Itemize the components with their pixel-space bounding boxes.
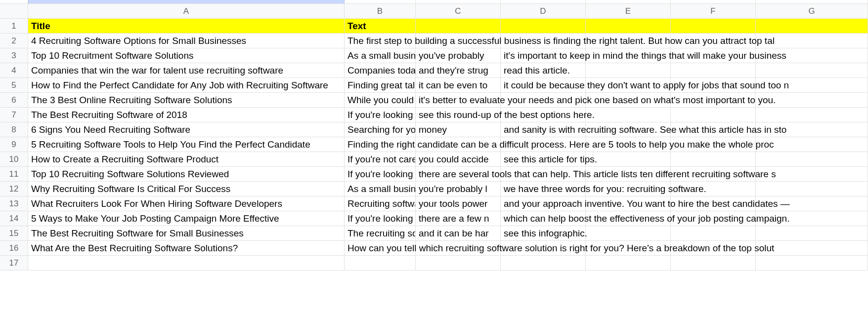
cell-B12[interactable]: As a small busin xyxy=(345,182,416,196)
col-header-G[interactable]: G xyxy=(756,4,868,19)
cell-B6[interactable]: While you could xyxy=(345,93,416,108)
cell-A16[interactable]: What Are the Best Recruiting Software So… xyxy=(28,241,345,256)
cell-B10[interactable]: If you're not care xyxy=(345,152,416,167)
cell-A2[interactable]: 4 Recruiting Software Options for Small … xyxy=(28,34,345,48)
cell-B16[interactable]: How can you tell which recruiting softwa… xyxy=(345,241,416,256)
cell-A1[interactable]: Title xyxy=(28,19,345,34)
cell-B8[interactable]: Searching for yo xyxy=(345,122,416,137)
cell-F1[interactable] xyxy=(671,19,756,34)
cell-A11[interactable]: Top 10 Recruiting Software Solutions Rev… xyxy=(28,167,345,182)
cell-E7[interactable] xyxy=(586,108,671,122)
cell-D8[interactable]: and sanity is with recruiting software. … xyxy=(501,122,586,137)
cell-E1[interactable] xyxy=(586,19,671,34)
cell-C7[interactable]: see this round-up of the best options he… xyxy=(416,108,501,122)
cell-C4[interactable]: and they're strug xyxy=(416,63,501,78)
cell-A13[interactable]: What Recruiters Look For When Hiring Sof… xyxy=(28,196,345,211)
cell-G4[interactable] xyxy=(756,63,868,78)
cell-A15[interactable]: The Best Recruiting Software for Small B… xyxy=(28,226,345,241)
cell-B14[interactable]: If you're looking xyxy=(345,211,416,226)
cell-D17[interactable] xyxy=(501,256,586,270)
cell-B4[interactable]: Companies toda xyxy=(345,63,416,78)
row-header-4[interactable]: 4 xyxy=(0,63,28,78)
cell-D14[interactable]: which can help boost the effectiveness o… xyxy=(501,211,586,226)
cell-B13[interactable]: Recruiting softwa xyxy=(345,196,416,211)
cell-C11[interactable]: there are several tools that can help. T… xyxy=(416,167,501,182)
cell-B11[interactable]: If you're looking xyxy=(345,167,416,182)
cell-B3[interactable]: As a small busin xyxy=(345,48,416,63)
cell-D13[interactable]: and your approach inventive. You want to… xyxy=(501,196,586,211)
cell-A3[interactable]: Top 10 Recruitment Software Solutions xyxy=(28,48,345,63)
cell-B1[interactable]: Text xyxy=(345,19,416,34)
cell-D10[interactable]: see this article for tips. xyxy=(501,152,586,167)
cell-F4[interactable] xyxy=(671,63,756,78)
cell-A5[interactable]: How to Find the Perfect Candidate for An… xyxy=(28,78,345,93)
cell-C10[interactable]: you could accide xyxy=(416,152,501,167)
col-header-A[interactable]: A xyxy=(28,4,345,19)
row-header-2[interactable]: 2 xyxy=(0,34,28,48)
cell-G15[interactable] xyxy=(756,226,868,241)
cell-E15[interactable] xyxy=(586,226,671,241)
cell-E4[interactable] xyxy=(586,63,671,78)
cell-D1[interactable] xyxy=(501,19,586,34)
cell-D5[interactable]: it could be because they don't want to a… xyxy=(501,78,586,93)
cell-F15[interactable] xyxy=(671,226,756,241)
cell-A7[interactable]: The Best Recruiting Software of 2018 xyxy=(28,108,345,122)
row-header-15[interactable]: 15 xyxy=(0,226,28,241)
cell-D15[interactable]: see this infographic. xyxy=(501,226,586,241)
row-header-7[interactable]: 7 xyxy=(0,108,28,122)
cell-D4[interactable]: read this article. xyxy=(501,63,586,78)
cell-C12[interactable]: you're probably l xyxy=(416,182,501,196)
col-header-F[interactable]: F xyxy=(671,4,756,19)
cell-B7[interactable]: If you're looking xyxy=(345,108,416,122)
cell-B5[interactable]: Finding great tal xyxy=(345,78,416,93)
row-header-14[interactable]: 14 xyxy=(0,211,28,226)
cell-C17[interactable] xyxy=(416,256,501,270)
cell-C1[interactable] xyxy=(416,19,501,34)
col-header-E[interactable]: E xyxy=(586,4,671,19)
row-header-6[interactable]: 6 xyxy=(0,93,28,108)
cell-G17[interactable] xyxy=(756,256,868,270)
cell-C6[interactable]: it's better to evaluate your needs and p… xyxy=(416,93,501,108)
cell-B9[interactable]: Finding the right candidate can be a dif… xyxy=(345,137,416,152)
row-header-12[interactable]: 12 xyxy=(0,182,28,196)
cell-A17[interactable] xyxy=(28,256,345,270)
cell-C13[interactable]: your tools power xyxy=(416,196,501,211)
cell-A10[interactable]: How to Create a Recruiting Software Prod… xyxy=(28,152,345,167)
select-all-corner[interactable] xyxy=(0,4,28,19)
cell-D3[interactable]: it's important to keep in mind the thing… xyxy=(501,48,586,63)
row-header-10[interactable]: 10 xyxy=(0,152,28,167)
cell-F17[interactable] xyxy=(671,256,756,270)
spreadsheet-grid[interactable]: A B C D E F G 1TitleText24 Recruiting So… xyxy=(0,0,868,270)
cell-C15[interactable]: and it can be har xyxy=(416,226,501,241)
col-header-B[interactable]: B xyxy=(345,4,416,19)
cell-G12[interactable] xyxy=(756,182,868,196)
row-header-5[interactable]: 5 xyxy=(0,78,28,93)
cell-G10[interactable] xyxy=(756,152,868,167)
cell-C14[interactable]: there are a few n xyxy=(416,211,501,226)
row-header-3[interactable]: 3 xyxy=(0,48,28,63)
row-header-1[interactable]: 1 xyxy=(0,19,28,34)
cell-B15[interactable]: The recruiting so xyxy=(345,226,416,241)
cell-A4[interactable]: Companies that win the war for talent us… xyxy=(28,63,345,78)
cell-C8[interactable]: money xyxy=(416,122,501,137)
cell-F10[interactable] xyxy=(671,152,756,167)
col-header-D[interactable]: D xyxy=(501,4,586,19)
cell-A14[interactable]: 5 Ways to Make Your Job Posting Campaign… xyxy=(28,211,345,226)
cell-C3[interactable]: you've probably xyxy=(416,48,501,63)
cell-E17[interactable] xyxy=(586,256,671,270)
cell-G1[interactable] xyxy=(756,19,868,34)
row-header-16[interactable]: 16 xyxy=(0,241,28,256)
row-header-13[interactable]: 13 xyxy=(0,196,28,211)
cell-A8[interactable]: 6 Signs You Need Recruiting Software xyxy=(28,122,345,137)
cell-F7[interactable] xyxy=(671,108,756,122)
cell-C5[interactable]: it can be even to xyxy=(416,78,501,93)
cell-B2[interactable]: The first step to building a successful … xyxy=(345,34,416,48)
cell-A12[interactable]: Why Recruiting Software Is Critical For … xyxy=(28,182,345,196)
cell-A9[interactable]: 5 Recruiting Software Tools to Help You … xyxy=(28,137,345,152)
row-header-9[interactable]: 9 xyxy=(0,137,28,152)
cell-E10[interactable] xyxy=(586,152,671,167)
row-header-11[interactable]: 11 xyxy=(0,167,28,182)
cell-G7[interactable] xyxy=(756,108,868,122)
row-header-8[interactable]: 8 xyxy=(0,122,28,137)
cell-D12[interactable]: we have three words for you: recruiting … xyxy=(501,182,586,196)
